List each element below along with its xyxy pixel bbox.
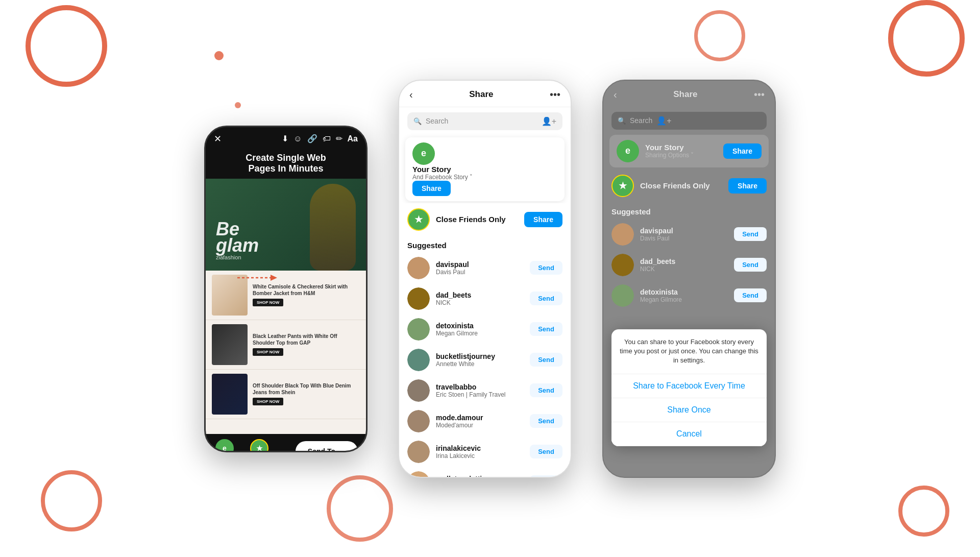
- your-story-row-3[interactable]: e Your Story Sharing Options ˅ Share: [609, 135, 769, 167]
- send-btn-3-0[interactable]: Send: [734, 227, 767, 241]
- sticker-icon[interactable]: 🏷: [323, 134, 331, 143]
- share-once-btn[interactable]: Share Once: [611, 398, 767, 422]
- send-btn-2-6[interactable]: Send: [530, 445, 562, 458]
- download-icon[interactable]: ⬇: [282, 134, 288, 143]
- add-person-icon-3[interactable]: 👤+: [656, 116, 671, 126]
- contact-row-3-2[interactable]: detoxinista Megan Gilmore Send: [603, 280, 775, 311]
- phone-3-wrapper: ‹ Share ••• 🔍 Search 👤+ e Your Story Sha…: [602, 80, 776, 478]
- avatar-3-0: [611, 223, 634, 246]
- avatar-3-2: [611, 284, 634, 307]
- search-icon-3: 🔍: [618, 117, 626, 125]
- product-name-2: Black Leather Pants with White Off Shoul…: [253, 333, 360, 346]
- search-icon-2: 🔍: [413, 117, 422, 125]
- shop-now-btn-3[interactable]: SHOP NOW: [253, 398, 283, 405]
- chevron-icon-3: ˅: [691, 152, 694, 159]
- your-story-share-btn-2[interactable]: Share: [412, 181, 451, 196]
- back-arrow-3[interactable]: ‹: [614, 89, 617, 101]
- your-story-info-3: Your Story Sharing Options ˅: [645, 143, 717, 159]
- phone-1: ✕ ⬇ ☺ 🔗 🏷 ✏ Aa Create Single Web Pages I…: [204, 126, 368, 452]
- product-item-3: Off Shoulder Black Top With Blue Denim J…: [206, 370, 366, 419]
- toolbar-icons: ⬇ ☺ 🔗 🏷 ✏ Aa: [282, 134, 358, 143]
- send-btn-2-1[interactable]: Send: [530, 292, 562, 305]
- contact-row-2-7[interactable]: mollytavoletti molly tavoletti Send: [399, 467, 571, 478]
- close-friends-row-2[interactable]: ★ Close Friends Only Share: [399, 203, 571, 236]
- your-story-share-btn-3[interactable]: Share: [723, 143, 762, 159]
- contact-name-2-2: Megan Gilmore: [436, 330, 524, 337]
- contact-row-2-3[interactable]: bucketlistjourney Annette White Send: [399, 345, 571, 375]
- shop-now-btn-2[interactable]: SHOP NOW: [253, 348, 283, 356]
- suggested-label-3: Suggested: [603, 202, 775, 219]
- hero-text: Beglam ziafashion: [216, 221, 259, 260]
- contact-row-2-2[interactable]: detoxinista Megan Gilmore Send: [399, 314, 571, 345]
- search-bar-2[interactable]: 🔍 Search 👤+: [407, 112, 562, 130]
- product-info-1: White Camisole & Checkered Skirt with Bo…: [253, 283, 360, 306]
- avatar-2-4: [407, 379, 430, 402]
- close-friends-row-3[interactable]: ★ Close Friends Only Share: [603, 169, 775, 202]
- send-btn-2-4[interactable]: Send: [530, 383, 562, 397]
- contact-row-2-0[interactable]: davispaul Davis Paul Send: [399, 253, 571, 283]
- send-btn-2-7[interactable]: Send: [530, 475, 562, 478]
- avatar-3-1: [611, 254, 634, 276]
- search-bar-3[interactable]: 🔍 Search 👤+: [611, 112, 767, 130]
- close-friends-bubble: ★: [250, 439, 268, 452]
- popup-description: You can share to your Facebook story eve…: [611, 329, 767, 374]
- cancel-share-btn[interactable]: Cancel: [611, 422, 767, 446]
- contact-username-2-1: dad_beets: [436, 291, 524, 299]
- send-btn-3-2[interactable]: Send: [734, 288, 767, 302]
- add-person-icon-2[interactable]: 👤+: [542, 116, 556, 126]
- avatar-2-5: [407, 410, 430, 432]
- contact-row-3-1[interactable]: dad_beets NICK Send: [603, 250, 775, 280]
- avatar-2-7: [407, 471, 430, 478]
- phone-1-footer: e Your Story ★ Close Friends Send To →: [206, 434, 366, 452]
- send-btn-2-3[interactable]: Send: [530, 353, 562, 367]
- phone-2: ‹ Share ••• 🔍 Search 👤+ e Your Story And…: [398, 80, 572, 478]
- contact-username-2-0: davispaul: [436, 260, 524, 269]
- share-every-time-btn[interactable]: Share to Facebook Every Time: [611, 374, 767, 398]
- emoji-icon[interactable]: ☺: [293, 134, 302, 143]
- your-story-row-2[interactable]: e Your Story And Facebook Story ˅ Share: [405, 137, 565, 201]
- contact-row-2-5[interactable]: mode.damour Moded'amour Send: [399, 406, 571, 437]
- link-icon[interactable]: 🔗: [307, 134, 317, 143]
- product-thumb-1: [212, 275, 248, 316]
- search-input-2[interactable]: Search: [426, 117, 537, 125]
- avatar-2-0: [407, 257, 430, 279]
- your-story-name-2: Your Story: [412, 165, 557, 174]
- draw-icon[interactable]: ✏: [336, 134, 342, 143]
- send-btn-2-2[interactable]: Send: [530, 322, 562, 336]
- close-friends-share-btn-3[interactable]: Share: [728, 178, 767, 193]
- facebook-share-popup: You can share to your Facebook story eve…: [611, 329, 767, 446]
- contact-info-2-1: dad_beets NICK: [436, 291, 524, 306]
- more-options-2[interactable]: •••: [550, 89, 560, 101]
- close-friends-icon-item[interactable]: ★ Close Friends: [246, 439, 274, 452]
- your-story-bubble: e: [215, 439, 234, 452]
- contact-info-2-5: mode.damour Moded'amour: [436, 414, 524, 429]
- close-friends-share-btn-2[interactable]: Share: [524, 212, 562, 227]
- contact-name-2-3: Annette White: [436, 360, 524, 368]
- close-icon[interactable]: ✕: [214, 133, 222, 144]
- product-item-2: Black Leather Pants with White Off Shoul…: [206, 320, 366, 370]
- back-arrow-2[interactable]: ‹: [409, 89, 413, 101]
- contact-username-3-1: dad_beets: [640, 257, 728, 265]
- search-input-3[interactable]: Search: [630, 116, 652, 125]
- contact-info-3-0: davispaul Davis Paul: [640, 227, 728, 242]
- close-friends-info-2: Close Friends Only: [436, 215, 518, 224]
- contact-name-2-1: NICK: [436, 299, 524, 306]
- avatar-2-6: [407, 441, 430, 463]
- send-btn-2-0[interactable]: Send: [530, 261, 562, 275]
- contact-row-3-0[interactable]: davispaul Davis Paul Send: [603, 219, 775, 250]
- contact-name-3-2: Megan Gilmore: [640, 296, 728, 303]
- contact-row-2-6[interactable]: irinalakicevic Irina Lakicevic Send: [399, 437, 571, 467]
- text-icon[interactable]: Aa: [348, 134, 358, 143]
- contact-name-2-6: Irina Lakicevic: [436, 452, 524, 459]
- send-btn-3-1[interactable]: Send: [734, 258, 767, 272]
- your-story-icon-item[interactable]: e Your Story: [214, 439, 235, 452]
- more-options-3[interactable]: •••: [754, 89, 765, 101]
- send-to-button[interactable]: Send To →: [296, 441, 358, 452]
- contact-row-2-4[interactable]: travelbabbo Eric Stoen | Family Travel S…: [399, 375, 571, 406]
- phone-1-header: ✕ ⬇ ☺ 🔗 🏷 ✏ Aa: [206, 127, 366, 149]
- send-btn-2-5[interactable]: Send: [530, 414, 562, 428]
- close-friends-info-3: Close Friends Only: [640, 181, 722, 190]
- contact-row-2-1[interactable]: dad_beets NICK Send: [399, 283, 571, 314]
- shop-now-btn-1[interactable]: SHOP NOW: [253, 299, 283, 306]
- product-name-1: White Camisole & Checkered Skirt with Bo…: [253, 283, 360, 297]
